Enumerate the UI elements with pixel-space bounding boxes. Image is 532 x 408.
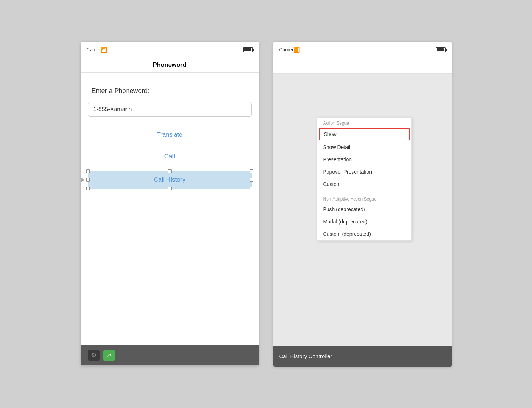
handle-bm (168, 187, 172, 190)
dropdown-item-popover[interactable]: Popover Presentation (317, 166, 411, 178)
left-wifi-icon: 📶 (101, 47, 107, 53)
handle-tr (250, 169, 253, 173)
dropdown-item-presentation[interactable]: Presentation (317, 153, 411, 166)
handle-tl (86, 169, 90, 173)
segue-dropdown-menu: Action Segue Show Show Detail Presentati… (317, 117, 412, 241)
phoneword-label: Enter a Phoneword: (88, 87, 252, 95)
left-battery-icon (243, 47, 253, 52)
left-status-bar: Carrier 📶 (81, 42, 259, 58)
right-main-content: Table View Prototype Content Action Segu… (273, 74, 452, 346)
toolbar-settings-icon[interactable]: ⚙ (88, 350, 100, 361)
left-phone: Carrier 📶 Phoneword Enter a Phoneword: T… (81, 42, 259, 365)
dropdown-item-show[interactable]: Show (319, 128, 410, 140)
handle-bl (86, 187, 90, 190)
handle-tm (168, 169, 172, 173)
left-nav-title: Phoneword (153, 61, 187, 68)
left-nav-bar: Phoneword (81, 58, 259, 73)
phoneword-input[interactable] (88, 102, 252, 117)
call-history-button[interactable]: Call History (88, 171, 252, 189)
right-bottom-bar: Call History Controller (273, 346, 452, 367)
call-history-controller-label: Call History Controller (279, 353, 332, 359)
handle-br (250, 187, 253, 190)
right-phone: Carrier 📶 Table View Prototype Content A… (273, 42, 452, 367)
left-main-content: Enter a Phoneword: Translate Call (81, 73, 259, 345)
handle-mr (250, 178, 253, 182)
left-carrier: Carrier (87, 47, 101, 52)
call-history-wrapper: Call History (88, 171, 252, 189)
right-battery-icon (436, 47, 446, 52)
translate-button[interactable]: Translate (88, 128, 252, 142)
dropdown-section2-header: Non-Adaptive Action Segue (317, 194, 411, 203)
right-wifi-icon: 📶 (293, 47, 300, 53)
dropdown-item-custom-deprecated[interactable]: Custom (deprecated) (317, 228, 411, 240)
dropdown-divider (317, 192, 411, 192)
dropdown-item-show-detail[interactable]: Show Detail (317, 141, 411, 153)
dropdown-item-push[interactable]: Push (deprecated) (317, 203, 411, 215)
right-nav-area (273, 58, 452, 74)
dropdown-item-modal[interactable]: Modal (deprecated) (317, 215, 411, 228)
right-status-bar: Carrier 📶 (273, 42, 452, 58)
right-carrier: Carrier (279, 47, 294, 52)
arrow-connector (81, 177, 84, 183)
left-bottom-toolbar: ⚙ ↗ (81, 345, 259, 365)
toolbar-share-icon[interactable]: ↗ (103, 350, 115, 361)
dropdown-item-custom[interactable]: Custom (317, 178, 411, 190)
handle-ml (86, 178, 90, 182)
call-button[interactable]: Call (88, 149, 252, 164)
dropdown-section1-header: Action Segue (317, 118, 411, 127)
arrow-head (81, 177, 84, 183)
